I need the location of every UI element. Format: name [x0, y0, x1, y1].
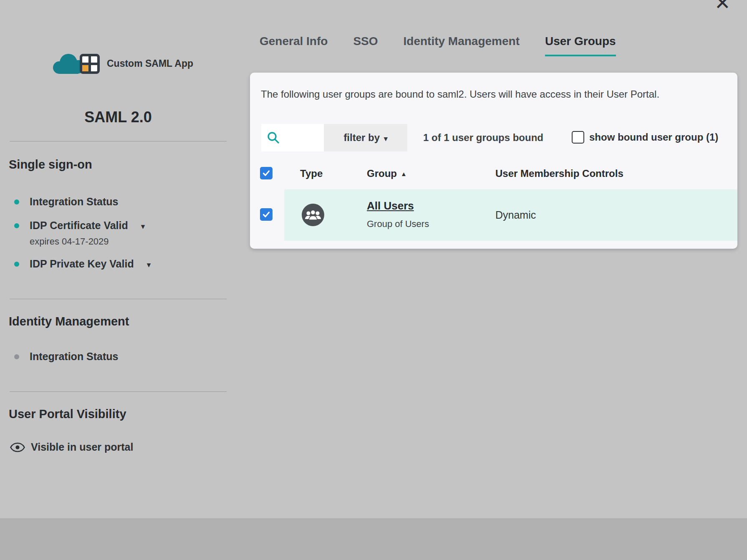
chevron-down-icon[interactable]: ▾ [141, 222, 145, 231]
tab-general-info[interactable]: General Info [260, 35, 328, 56]
status-dot-icon [14, 262, 19, 267]
divider [10, 299, 227, 299]
show-bound-checkbox[interactable] [572, 131, 584, 144]
group-subtitle: Group of Users [367, 219, 429, 230]
column-header-user-membership-controls: User Membership Controls [495, 168, 623, 179]
search-filter-group: filter by ▾ [261, 124, 407, 151]
app-logo: Custom SAML App [49, 50, 193, 77]
user-portal-visibility-heading: User Portal Visibility [9, 407, 126, 421]
app-config-tabs: General Info SSO Identity Management Use… [260, 35, 616, 56]
select-all-checkbox[interactable] [260, 167, 273, 179]
check-icon [262, 169, 270, 177]
footer-bar: cancel save [0, 518, 747, 560]
membership-controls-value: Dynamic [495, 209, 536, 221]
certificate-expiry-text: expires 04-17-2029 [30, 236, 109, 247]
chevron-down-icon[interactable]: ▾ [147, 260, 151, 270]
row-checkbox[interactable] [260, 208, 273, 221]
column-header-type: Type [300, 168, 323, 179]
sidebar-item-im-integration-status: Integration Status [14, 351, 119, 363]
status-dot-icon [14, 223, 19, 228]
tab-user-groups[interactable]: User Groups [545, 35, 616, 56]
check-icon [262, 210, 270, 219]
group-link[interactable]: All Users [367, 199, 414, 212]
sso-section-heading: Single sign-on [9, 158, 92, 172]
panel-intro-text: The following user groups are bound to s… [261, 88, 659, 100]
divider [10, 141, 227, 141]
show-bound-label: show bound user group (1) [589, 131, 718, 143]
user-groups-panel: The following user groups are bound to s… [250, 73, 737, 249]
app-logo-label: Custom SAML App [107, 58, 193, 69]
eye-icon [10, 442, 25, 452]
show-bound-filter[interactable]: show bound user group (1) [572, 131, 718, 144]
tab-identity-management[interactable]: Identity Management [404, 35, 520, 56]
search-icon [267, 131, 280, 144]
divider [10, 391, 227, 392]
protocol-title: SAML 2.0 [10, 108, 227, 126]
close-icon[interactable]: ✕ [714, 0, 731, 13]
sort-asc-icon: ▲ [401, 170, 407, 177]
tab-sso[interactable]: SSO [353, 35, 378, 56]
column-header-group[interactable]: Group ▲ [367, 168, 407, 179]
sidebar-item-idp-private-key-valid[interactable]: IDP Private Key Valid ▾ [14, 258, 151, 270]
sidebar-item-sso-integration-status: Integration Status [14, 196, 119, 208]
custom-saml-app-icon [49, 50, 103, 77]
filter-by-label: filter by [343, 132, 380, 144]
status-dot-icon [14, 354, 19, 359]
sidebar-item-idp-certificate-valid[interactable]: IDP Certificate Valid ▾ [14, 219, 145, 232]
user-group-avatar-icon [302, 204, 324, 226]
filter-by-dropdown[interactable]: filter by ▾ [324, 124, 407, 151]
chevron-down-icon: ▾ [384, 134, 388, 143]
status-dot-icon [14, 199, 19, 204]
identity-management-section-heading: Identity Management [9, 315, 129, 328]
search-box[interactable] [261, 124, 324, 151]
search-input[interactable] [283, 132, 321, 143]
visibility-label: Visible in user portal [31, 441, 133, 453]
user-portal-visibility-row: Visible in user portal [10, 441, 133, 453]
bound-count-text: 1 of 1 user groups bound [423, 132, 543, 144]
